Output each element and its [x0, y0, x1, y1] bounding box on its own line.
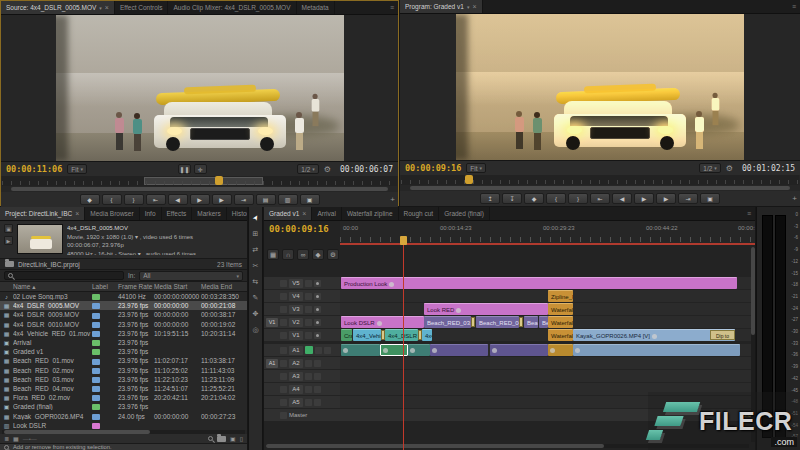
zoom-level-select[interactable]: Fit▾	[67, 164, 87, 174]
label-chip[interactable]	[92, 404, 100, 410]
export-frame-button[interactable]: ▣	[700, 193, 720, 204]
panel-menu-icon[interactable]: ≡	[743, 207, 755, 220]
lock-icon[interactable]	[280, 306, 287, 313]
poster-frame-button[interactable]: ▣	[4, 224, 13, 233]
label-chip[interactable]	[92, 377, 100, 383]
clip-4x4-vehicle[interactable]: 4x4_Vehic	[353, 329, 381, 341]
solo-icon[interactable]	[324, 347, 331, 354]
mark-in-button[interactable]: {	[546, 193, 566, 204]
table-row[interactable]: ▣Graded (final)23.976 fps	[0, 402, 247, 411]
clip-waterfall[interactable]: Waterfall	[548, 303, 573, 315]
tab-metadata[interactable]: Metadata	[297, 1, 335, 14]
mute-icon[interactable]	[305, 360, 312, 367]
play-button[interactable]: ▶	[634, 193, 654, 204]
table-row[interactable]: ▦Beach_RED_04.mov23.976 fps11:24:51:0711…	[0, 384, 247, 393]
source-playhead[interactable]	[215, 176, 223, 185]
table-row[interactable]: ♪02 Love Song.mp344100 Hz00:00:00:000000…	[0, 292, 247, 301]
chevron-down-icon[interactable]: ▾	[467, 4, 470, 10]
panel-menu-icon[interactable]: ≡	[788, 0, 800, 13]
clip-waterfall[interactable]: Waterfall	[548, 329, 573, 341]
search-input[interactable]	[4, 271, 124, 280]
zoom-tool[interactable]: ◎	[250, 325, 261, 335]
clip-zipline[interactable]: Zipline_R	[548, 290, 573, 302]
tab-history[interactable]: History	[227, 207, 247, 220]
transition-chip[interactable]	[519, 317, 523, 327]
table-row-selected[interactable]: ▦4x4_DSLR_0005.MOV23.976 fps00:00:00:000…	[0, 301, 247, 310]
audio-clip[interactable]	[548, 344, 573, 356]
label-chip[interactable]	[92, 294, 100, 300]
trash-icon[interactable]: ▯	[240, 435, 243, 442]
track-label[interactable]: V1	[289, 331, 303, 340]
audio-clip[interactable]	[490, 344, 548, 356]
solo-icon[interactable]	[314, 373, 321, 380]
program-scrub-bar[interactable]	[401, 175, 799, 185]
tab-sequence-graded-final[interactable]: Graded (final)	[439, 207, 490, 220]
track-label[interactable]: A5	[289, 398, 303, 407]
mark-out-button[interactable]: }	[568, 193, 588, 204]
source-timecode[interactable]: 00:00:11:06	[6, 164, 62, 174]
add-marker-button[interactable]: ◆	[80, 194, 100, 205]
button-editor-plus[interactable]: +	[390, 195, 395, 204]
sync-lock-icon[interactable]	[305, 280, 312, 287]
go-to-out-button[interactable]: ⇥	[234, 194, 254, 205]
lift-button[interactable]: ↥	[480, 193, 500, 204]
table-row[interactable]: ▦Beach_RED_01.mov23.976 fps11:02:07:1711…	[0, 356, 247, 365]
filter-select[interactable]: All▾	[139, 271, 243, 281]
lock-ic on[interactable]	[280, 293, 287, 300]
column-media-end[interactable]: Media End	[201, 283, 245, 290]
track-output-icon[interactable]	[314, 332, 321, 339]
mute-icon[interactable]	[305, 399, 312, 406]
timeline-playhead[interactable]	[400, 236, 407, 245]
new-item-button[interactable]: ▣	[230, 435, 236, 442]
column-media-start[interactable]: Media Start	[154, 283, 201, 290]
lock-icon[interactable]	[280, 280, 287, 287]
table-row[interactable]: ▦4x4_DSLR_0010.MOV23.976 fps00:00:00:000…	[0, 320, 247, 329]
table-row[interactable]: ▦Kayak_GOPR0026.MP424.00 fps00:00:00:000…	[0, 411, 247, 420]
chevron-down-icon[interactable]: ▾	[99, 5, 102, 11]
solo-icon[interactable]	[314, 399, 321, 406]
label-chip[interactable]	[92, 340, 100, 346]
project-hscrollbar[interactable]	[2, 430, 245, 434]
source-patch-audio[interactable]: A1	[266, 359, 278, 368]
audio-clip[interactable]	[430, 344, 488, 356]
go-to-out-button[interactable]: ⇥	[678, 193, 698, 204]
extract-button[interactable]: ↧	[502, 193, 522, 204]
lock-icon[interactable]	[280, 360, 287, 367]
tab-project[interactable]: Project: DirectLink_IBC ×	[0, 207, 85, 220]
insert-button[interactable]: ▤	[256, 194, 276, 205]
tab-effect-controls[interactable]: Effect Controls	[115, 1, 169, 14]
step-forward-button[interactable]: ▶	[212, 194, 232, 205]
add-marker-icon[interactable]: ◆	[312, 249, 324, 260]
zoom-level-select[interactable]: Fit▾	[466, 163, 486, 173]
tab-sequence-graded-v1[interactable]: Graded v1 ×	[264, 207, 312, 220]
label-chip[interactable]	[92, 386, 100, 392]
track-label[interactable]: V3	[289, 305, 303, 314]
clip-look-dslr[interactable]: Look DSLR	[341, 316, 424, 328]
record-enable-icon[interactable]	[305, 346, 313, 354]
solo-icon[interactable]	[314, 386, 321, 393]
label-chip[interactable]	[92, 331, 100, 337]
sync-lock-icon[interactable]	[305, 319, 312, 326]
playback-button[interactable]: ❚❚	[178, 164, 191, 174]
close-icon[interactable]: ×	[75, 210, 79, 217]
step-back-button[interactable]: ◀	[168, 194, 188, 205]
slip-tool[interactable]: ⇆	[250, 277, 261, 287]
tab-sequence-waterfall-zipline[interactable]: Waterfall zipline	[342, 207, 399, 220]
clip-4x4-ds[interactable]: 4x4_Ds	[422, 329, 432, 341]
track-label[interactable]: A3	[289, 372, 303, 381]
mute-icon[interactable]	[305, 386, 312, 393]
step-back-button[interactable]: ◀	[612, 193, 632, 204]
track-label[interactable]: A1	[289, 346, 303, 355]
clip-4x4-dslr[interactable]: 4x4_DSLR	[385, 329, 418, 341]
clip-beach[interactable]: Beach	[539, 316, 548, 328]
audio-clip[interactable]	[573, 344, 740, 356]
track-label[interactable]: V2	[289, 318, 303, 327]
track-label[interactable]: V5	[289, 279, 303, 288]
button-editor-plus[interactable]: +	[792, 194, 797, 203]
icon-view-button[interactable]: ▦	[13, 435, 19, 442]
linked-selection-icon[interactable]: ∞	[297, 249, 309, 260]
table-row[interactable]: ▦Flora_RED_02.mov23.976 fps20:20:42:1120…	[0, 393, 247, 402]
mark-out-button[interactable]: }	[124, 194, 144, 205]
clip-beach-red-04[interactable]: Beach_RED_04	[476, 316, 519, 328]
pen-tool[interactable]: ✎	[250, 293, 261, 303]
